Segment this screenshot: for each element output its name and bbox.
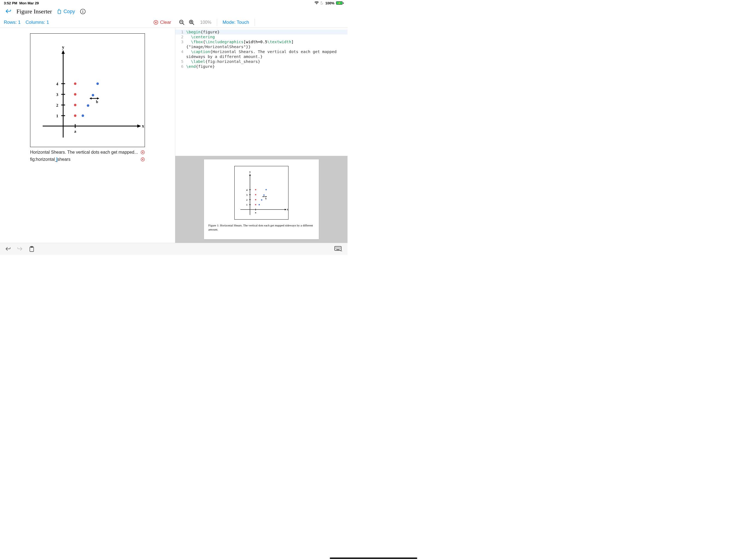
right-pane: 1\begin{figure}2 \centering3 \fbox{\incl… — [175, 28, 347, 243]
divider — [217, 19, 217, 26]
wifi-icon — [314, 1, 319, 5]
svg-text:2: 2 — [247, 199, 248, 201]
text-cursor — [57, 157, 57, 162]
clear-caption-button[interactable] — [140, 150, 145, 154]
keyboard-button[interactable] — [334, 246, 343, 252]
clipboard-button[interactable] — [29, 246, 34, 252]
svg-point-72 — [341, 251, 342, 251]
svg-text:y: y — [62, 45, 64, 50]
svg-text:y: y — [249, 171, 251, 174]
rows-button[interactable]: Rows: 1 — [4, 20, 21, 25]
pdf-caption: Figure 1: Horizontal Shears. The vertica… — [207, 223, 316, 232]
svg-rect-3 — [83, 11, 83, 13]
header: Figure Inserter Copy — [0, 6, 347, 17]
battery-icon: ⚡ — [336, 1, 344, 5]
svg-text:4: 4 — [247, 189, 248, 192]
svg-point-63 — [339, 247, 339, 248]
zoom-percent: 100% — [200, 20, 211, 25]
clear-x-icon — [153, 20, 158, 25]
redo-button[interactable] — [17, 246, 23, 252]
svg-point-52 — [261, 199, 262, 201]
figure-preview[interactable]: y x 1 2 3 4 a — [30, 33, 145, 147]
svg-point-61 — [337, 247, 337, 248]
svg-point-48 — [255, 199, 256, 200]
svg-point-66 — [337, 248, 337, 249]
divider — [255, 19, 255, 26]
svg-point-50 — [255, 189, 256, 190]
svg-point-22 — [74, 104, 77, 106]
status-bar: 3:52 PM Mon Mar 29 100% ⚡ — [0, 0, 347, 6]
svg-point-51 — [259, 204, 260, 205]
svg-point-67 — [338, 248, 338, 249]
svg-point-65 — [335, 248, 336, 249]
battery-pct: 100% — [325, 1, 334, 5]
svg-point-53 — [263, 195, 265, 196]
svg-rect-70 — [336, 249, 340, 250]
pdf-page: y x 1 2 3 4 a b Figure — [204, 159, 319, 239]
shear-plot: y x 1 2 3 4 a — [30, 34, 145, 147]
code-editor[interactable]: 1\begin{figure}2 \centering3 \fbox{\incl… — [175, 28, 347, 156]
svg-text:x: x — [142, 124, 144, 128]
status-right: 100% ⚡ — [314, 1, 344, 5]
svg-text:2: 2 — [56, 103, 58, 107]
info-button[interactable] — [80, 8, 86, 15]
undo-button[interactable] — [5, 246, 11, 252]
copy-label: Copy — [63, 9, 75, 15]
back-button[interactable] — [5, 8, 11, 15]
svg-text:a: a — [74, 129, 76, 133]
svg-text:3: 3 — [247, 194, 248, 196]
svg-point-54 — [265, 189, 267, 190]
caption-field[interactable]: Horizontal Shears. The vertical dots eac… — [30, 150, 145, 155]
svg-point-24 — [74, 82, 77, 85]
svg-point-64 — [340, 247, 340, 248]
svg-point-28 — [97, 82, 99, 85]
svg-point-71 — [341, 251, 341, 251]
svg-text:3: 3 — [56, 93, 58, 97]
copy-button[interactable]: Copy — [57, 9, 75, 15]
svg-point-62 — [338, 247, 338, 248]
svg-point-2 — [83, 10, 83, 11]
svg-point-47 — [255, 204, 256, 205]
clear-button[interactable]: Clear — [153, 20, 171, 25]
figure-editor-pane: y x 1 2 3 4 a — [0, 28, 175, 243]
svg-point-25 — [82, 114, 84, 117]
svg-text:1: 1 — [247, 203, 248, 206]
svg-point-60 — [335, 247, 336, 248]
svg-text:b: b — [265, 198, 267, 200]
svg-point-27 — [92, 94, 94, 97]
copy-icon — [57, 9, 62, 14]
svg-rect-0 — [58, 10, 61, 14]
svg-text:1: 1 — [56, 114, 58, 118]
zoom-out-button[interactable] — [179, 19, 185, 25]
svg-text:b: b — [96, 100, 98, 104]
toolbar: Rows: 1 Columns: 1 Clear 100% Mode: Touc… — [0, 17, 347, 28]
label-field[interactable]: fig:horizontal_shears — [30, 157, 145, 162]
svg-point-68 — [339, 248, 339, 249]
svg-point-69 — [340, 248, 340, 249]
svg-text:a: a — [255, 211, 256, 214]
moon-icon — [320, 1, 324, 5]
caption-text: Horizontal Shears. The vertical dots eac… — [30, 150, 138, 155]
svg-point-26 — [87, 104, 89, 107]
mode-button[interactable]: Mode: Touch — [223, 20, 249, 25]
bottom-bar — [0, 243, 347, 255]
svg-point-49 — [255, 194, 256, 196]
label-text: fig:horizontal_shears — [30, 157, 71, 162]
clear-label: Clear — [160, 20, 171, 25]
svg-text:4: 4 — [56, 82, 58, 86]
status-left: 3:52 PM Mon Mar 29 — [4, 1, 39, 5]
pdf-figure: y x 1 2 3 4 a b — [234, 166, 288, 220]
app-title: Figure Inserter — [17, 8, 52, 15]
clear-label-button[interactable] — [140, 157, 145, 161]
svg-point-21 — [74, 114, 77, 117]
svg-text:x: x — [287, 208, 288, 211]
svg-point-23 — [74, 93, 77, 96]
main: y x 1 2 3 4 a — [0, 28, 347, 243]
cols-button[interactable]: Columns: 1 — [25, 20, 49, 25]
zoom-in-button[interactable] — [189, 19, 195, 25]
pdf-preview-pane[interactable]: y x 1 2 3 4 a b Figure — [175, 156, 347, 243]
